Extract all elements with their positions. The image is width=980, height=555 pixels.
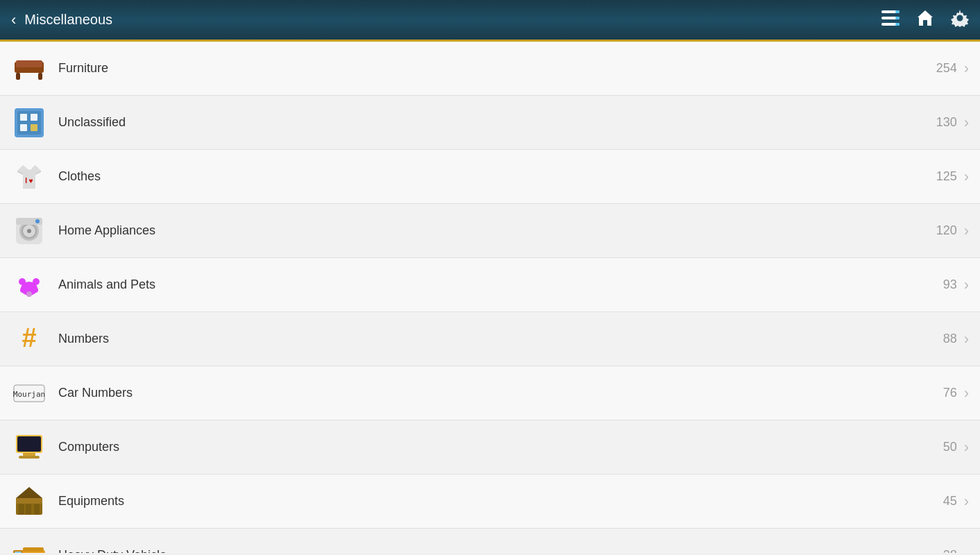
svg-text:#: # (22, 323, 36, 352)
svg-text:Mourjan: Mourjan (13, 390, 45, 399)
numbers-count: 88 (943, 332, 957, 346)
svg-rect-17 (31, 114, 37, 121)
car-numbers-icon: Mourjan (11, 375, 47, 411)
header: ‹ Miscellaneous (0, 0, 980, 42)
furniture-count: 254 (936, 61, 957, 76)
computers-count: 50 (943, 440, 957, 454)
computers-label: Computers (58, 440, 943, 454)
svg-point-28 (33, 278, 40, 285)
list-item-numbers[interactable]: #Numbers88› (0, 312, 980, 366)
back-icon: ‹ (11, 11, 16, 29)
furniture-icon (11, 51, 47, 87)
svg-marker-6 (918, 10, 933, 26)
svg-rect-40 (16, 498, 42, 504)
list-item-equipments[interactable]: Equipments45› (0, 475, 980, 529)
unclassified-icon (11, 105, 47, 141)
svg-rect-47 (15, 552, 22, 554)
numbers-label: Numbers (58, 332, 943, 346)
svg-marker-44 (16, 487, 42, 498)
settings-icon[interactable] (951, 9, 969, 31)
furniture-chevron: › (964, 60, 969, 78)
animals-pets-count: 93 (943, 278, 957, 292)
svg-rect-38 (19, 456, 40, 459)
svg-rect-37 (23, 453, 35, 456)
svg-point-29 (26, 291, 32, 297)
svg-point-23 (27, 229, 31, 233)
header-right (881, 9, 969, 31)
equipments-label: Equipments (58, 494, 943, 509)
equipments-count: 45 (943, 494, 957, 509)
furniture-label: Furniture (58, 61, 936, 76)
list-item-computers[interactable]: Computers50› (0, 420, 980, 475)
car-numbers-chevron: › (964, 384, 969, 402)
svg-point-27 (19, 278, 26, 285)
unclassified-label: Unclassified (58, 115, 936, 130)
category-list: Furniture254›Unclassified130›I ♥Clothes1… (0, 42, 980, 553)
svg-point-8 (957, 15, 963, 21)
heavy-duty-vehicle-count: 38 (943, 548, 957, 553)
car-numbers-count: 76 (943, 386, 957, 400)
clothes-icon: I ♥ (11, 159, 47, 195)
list-item-heavy-duty-vehicle[interactable]: Heavy Duty Vehicle38› (0, 529, 980, 553)
svg-rect-41 (19, 504, 24, 515)
equipments-icon (11, 484, 47, 520)
numbers-icon: # (11, 321, 47, 357)
computers-icon (11, 429, 47, 466)
numbers-chevron: › (964, 330, 969, 348)
home-appliances-label: Home Appliances (58, 223, 936, 238)
svg-point-31 (33, 287, 38, 293)
svg-point-30 (20, 287, 26, 293)
svg-rect-5 (895, 23, 899, 26)
home-appliances-chevron: › (964, 222, 969, 240)
list-item-car-numbers[interactable]: MourjanCar Numbers76› (0, 366, 980, 420)
svg-rect-52 (23, 547, 44, 552)
svg-text:I ♥: I ♥ (25, 177, 33, 185)
svg-rect-36 (17, 436, 41, 452)
car-numbers-label: Car Numbers (58, 386, 943, 400)
clothes-chevron: › (964, 168, 969, 186)
page-title: Miscellaneous (24, 12, 112, 28)
svg-rect-4 (895, 17, 899, 19)
svg-rect-42 (26, 504, 31, 515)
heavy-duty-vehicle-icon (11, 538, 47, 554)
home-appliances-icon (11, 213, 47, 249)
computers-chevron: › (964, 438, 969, 456)
animals-pets-label: Animals and Pets (58, 278, 943, 292)
equipments-chevron: › (964, 493, 969, 511)
header-left: ‹ Miscellaneous (11, 11, 112, 29)
svg-rect-10 (16, 60, 42, 67)
list-icon[interactable] (881, 10, 899, 30)
list-item-furniture[interactable]: Furniture254› (0, 42, 980, 96)
unclassified-count: 130 (936, 115, 957, 130)
list-item-unclassified[interactable]: Unclassified130› (0, 96, 980, 150)
home-appliances-count: 120 (936, 223, 957, 238)
svg-rect-15 (20, 114, 27, 121)
heavy-duty-vehicle-label: Heavy Duty Vehicle (58, 548, 943, 553)
svg-rect-12 (38, 73, 42, 80)
list-item-home-appliances[interactable]: Home Appliances120› (0, 204, 980, 258)
animals-pets-chevron: › (964, 276, 969, 294)
clothes-count: 125 (936, 169, 957, 184)
app-container: ‹ Miscellaneous (0, 0, 980, 553)
unclassified-chevron: › (964, 114, 969, 132)
heavy-duty-vehicle-chevron: › (964, 547, 969, 554)
svg-rect-11 (16, 73, 20, 80)
home-icon[interactable] (916, 9, 934, 31)
svg-rect-18 (31, 124, 37, 131)
list-item-animals-pets[interactable]: Animals and Pets93› (0, 258, 980, 312)
back-button[interactable]: ‹ (11, 11, 16, 29)
svg-rect-3 (895, 10, 899, 13)
clothes-label: Clothes (58, 169, 936, 184)
svg-point-25 (35, 219, 40, 223)
svg-rect-43 (34, 504, 40, 515)
svg-rect-16 (20, 124, 27, 131)
animals-pets-icon (11, 267, 47, 303)
list-item-clothes[interactable]: I ♥Clothes125› (0, 150, 980, 204)
